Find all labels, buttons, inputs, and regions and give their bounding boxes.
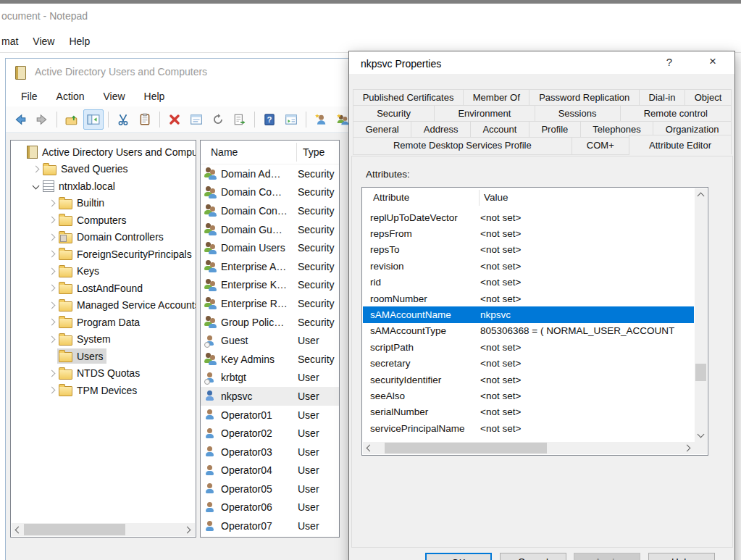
aduc-menu-action[interactable]: Action [47, 89, 94, 104]
tab-remote-control[interactable]: Remote control [620, 105, 732, 122]
chevron-right-icon[interactable] [46, 283, 57, 294]
tab-profile[interactable]: Profile [529, 121, 581, 138]
dialog-help-button[interactable]: ? [659, 56, 679, 70]
column-header-value[interactable]: Value [484, 192, 508, 203]
chevron-right-icon[interactable] [46, 231, 57, 243]
column-header-attribute[interactable]: Attribute [362, 192, 479, 203]
attribute-row-repluptodatevector[interactable]: replUpToDateVector<not set> [363, 209, 694, 225]
column-divider[interactable] [296, 143, 297, 162]
list-item-operator01[interactable]: Operator01User [201, 406, 339, 425]
tab-member-of[interactable]: Member Of [463, 89, 529, 106]
delete-icon[interactable] [164, 109, 185, 130]
tree-item-users[interactable]: Users [11, 348, 196, 365]
tree-item-builtin[interactable]: Builtin [11, 195, 196, 212]
tree-item-managed-service-accounts[interactable]: Managed Service Accounts [11, 297, 196, 314]
tab-object[interactable]: Object [685, 89, 732, 106]
tab-published-certificates[interactable]: Published Certificates [353, 89, 464, 106]
attribute-row-samaccountname[interactable]: sAMAccountNamenkpsvc [363, 306, 694, 322]
cancel-button[interactable]: Cancel [500, 553, 566, 560]
tree-item-system[interactable]: System [11, 331, 196, 348]
attribute-row-revision[interactable]: revision<not set> [363, 258, 694, 274]
chevron-right-icon[interactable] [46, 214, 57, 226]
list-item-domain-users[interactable]: Domain UsersSecurity [201, 238, 339, 257]
cut-icon[interactable] [113, 109, 133, 130]
attribute-row-samaccounttype[interactable]: sAMAccountType805306368 = ( NORMAL_USER_… [363, 323, 694, 339]
column-header-name[interactable]: Name [201, 146, 296, 158]
chevron-right-icon[interactable] [46, 385, 57, 396]
tab-security[interactable]: Security [353, 105, 435, 122]
tab-general[interactable]: General [353, 121, 411, 138]
column-divider[interactable] [479, 190, 480, 206]
export-list-icon[interactable] [230, 109, 250, 130]
list-item-guest[interactable]: GuestUser [201, 331, 339, 350]
tab-sessions[interactable]: Sessions [535, 105, 621, 122]
refresh-icon[interactable] [208, 109, 228, 130]
close-icon[interactable]: × [702, 54, 724, 70]
attribute-row-securityidentifier[interactable]: securityIdentifier<not set> [363, 372, 694, 388]
attribute-row-serialnumber[interactable]: serialNumber<not set> [363, 404, 694, 420]
aduc-menu-file[interactable]: File [12, 89, 47, 104]
tree-horizontal-scrollbar[interactable] [12, 523, 195, 536]
tree-item-computers[interactable]: Computers [11, 212, 196, 229]
scroll-left-icon[interactable] [15, 527, 22, 534]
chevron-right-icon[interactable] [46, 299, 57, 311]
list-item-enterprise-read-only-domain-controllers[interactable]: Enterprise Read-only Domain ControllersS… [201, 294, 339, 313]
list-item-enterprise-admins[interactable]: Enterprise AdminsSecurity [201, 257, 339, 276]
help-button[interactable]: Help [648, 553, 715, 560]
list-item-operator04[interactable]: Operator04User [201, 461, 339, 480]
ok-button[interactable]: OK [425, 553, 492, 560]
notepad-menu-view[interactable]: View [33, 35, 54, 47]
tree-item-domain-controllers[interactable]: Domain Controllers [11, 229, 196, 246]
aduc-menu-view[interactable]: View [93, 89, 134, 104]
tab-password-replication[interactable]: Password Replication [529, 89, 639, 106]
scroll-thumb[interactable] [695, 364, 706, 381]
attribute-row-scriptpath[interactable]: scriptPath<not set> [363, 339, 694, 355]
list-item-group-policy-creator-owners[interactable]: Group Policy Creator OwnersSecurity [201, 313, 339, 332]
chevron-right-icon[interactable] [46, 197, 57, 209]
chevron-right-icon[interactable] [46, 333, 57, 345]
tree-item-saved-queries[interactable]: Saved Queries [11, 161, 196, 178]
list-item-operator07[interactable]: Operator07User [201, 517, 339, 535]
tree-item-foreignsecurityprincipals[interactable]: ForeignSecurityPrincipals [11, 246, 196, 263]
list-item-operator06[interactable]: Operator06User [201, 498, 339, 517]
tree-item-program-data[interactable]: Program Data [11, 314, 196, 331]
console-tree-icon[interactable] [83, 109, 104, 130]
list-item-operator02[interactable]: Operator02User [201, 424, 339, 443]
tab-remote-desktop-services-profile[interactable]: Remote Desktop Services Profile [353, 137, 572, 155]
list-item-operator08[interactable]: Operator08User [201, 535, 339, 538]
tab-attribute-editor[interactable]: Attribute Editor [629, 135, 732, 154]
attribute-row-secretary[interactable]: secretary<not set> [363, 356, 694, 372]
notepad-menu-mat[interactable]: mat [1, 35, 18, 47]
tree-item-ntnxlab-local[interactable]: ntnxlab.local [11, 177, 196, 195]
tree-item-lostandfound[interactable]: LostAndFound [11, 280, 196, 297]
chevron-right-icon[interactable] [46, 367, 57, 379]
help-icon[interactable]: ? [259, 109, 280, 130]
tab-dial-in[interactable]: Dial-in [639, 89, 685, 106]
chevron-right-icon[interactable] [30, 163, 41, 175]
column-header-type[interactable]: Type [303, 146, 325, 158]
list-item-domain-controllers[interactable]: Domain ControllersSecurity [201, 201, 339, 220]
attributes-horizontal-scrollbar[interactable] [363, 442, 695, 454]
paste-icon[interactable] [135, 109, 155, 130]
chevron-right-icon[interactable] [46, 265, 57, 277]
tree-item-tpm-devices[interactable]: TPM Devices [11, 382, 196, 399]
properties-icon[interactable] [186, 109, 206, 130]
scroll-right-icon[interactable] [684, 445, 691, 452]
tab-address[interactable]: Address [411, 121, 471, 138]
scroll-right-icon[interactable] [184, 527, 191, 534]
list-item-key-admins[interactable]: Key AdminsSecurity [201, 350, 339, 369]
tab-environment[interactable]: Environment [434, 105, 535, 122]
scroll-down-icon[interactable] [698, 431, 705, 438]
list-item-domain-guests[interactable]: Domain GuestsSecurity [201, 220, 339, 239]
attribute-row-repsfrom[interactable]: repsFrom<not set> [363, 225, 694, 241]
chevron-down-icon[interactable] [30, 180, 41, 192]
attributes-vertical-scrollbar[interactable] [695, 188, 707, 442]
scroll-thumb[interactable] [385, 443, 547, 454]
tree-item-ntds-quotas[interactable]: NTDS Quotas [11, 365, 196, 383]
up-level-icon[interactable] [62, 109, 82, 130]
new-user-icon[interactable] [311, 109, 331, 130]
attribute-row-serviceprincipalname[interactable]: servicePrincipalName<not set> [363, 420, 694, 436]
aduc-menu-help[interactable]: Help [135, 89, 175, 104]
tab-account[interactable]: Account [470, 121, 529, 138]
notepad-menu-help[interactable]: Help [69, 35, 90, 47]
